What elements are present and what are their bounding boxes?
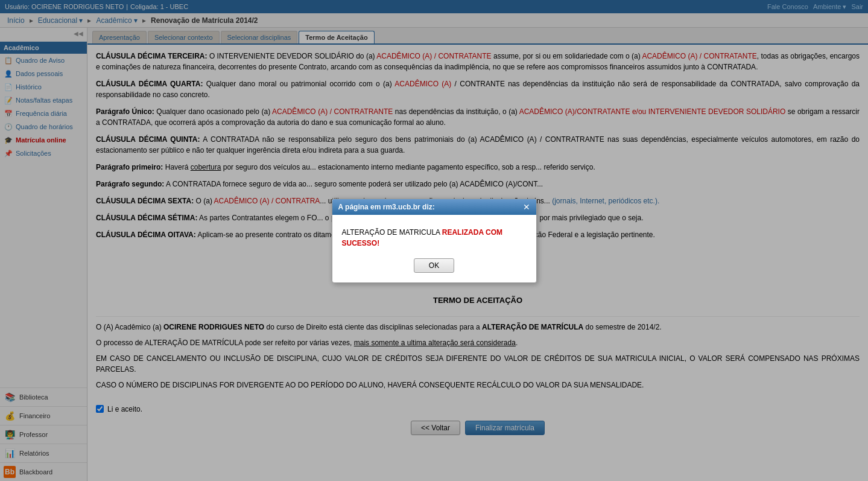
dialog-ok-button[interactable]: OK <box>414 258 454 273</box>
dialog-overlay: A página em rm3.ucb.br diz: ✕ ALTERAÇÃO … <box>0 0 868 481</box>
dialog-header: A página em rm3.ucb.br diz: ✕ <box>332 199 536 215</box>
dialog-close-button[interactable]: ✕ <box>523 203 530 211</box>
dialog-message-line1: ALTERAÇÃO DE MATRICULA <box>342 228 442 237</box>
dialog: A página em rm3.ucb.br diz: ✕ ALTERAÇÃO … <box>332 199 537 283</box>
dialog-message: ALTERAÇÃO DE MATRICULA REALIZADA COM SUC… <box>342 227 527 249</box>
dialog-footer: OK <box>332 258 536 282</box>
dialog-body: ALTERAÇÃO DE MATRICULA REALIZADA COM SUC… <box>332 215 536 258</box>
dialog-title: A página em rm3.ucb.br diz: <box>338 203 435 211</box>
